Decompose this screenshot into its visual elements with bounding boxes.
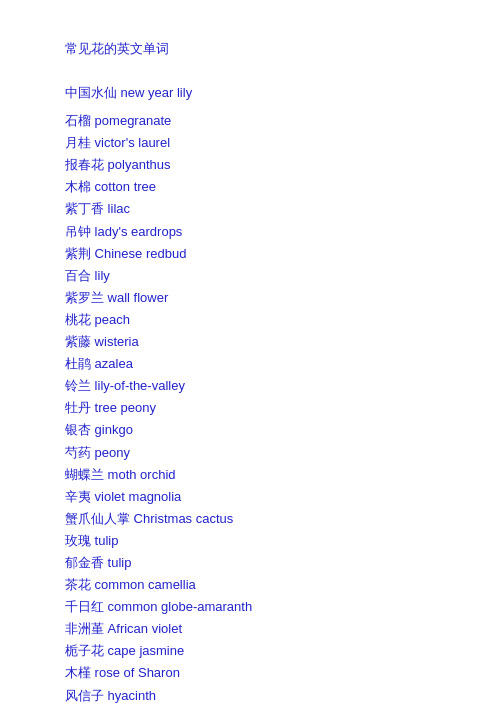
list-item: 石榴 pomegranate: [65, 110, 435, 132]
list-item: 中国水仙 new year lily: [65, 82, 435, 104]
list-item: 牡丹 tree peony: [65, 397, 435, 419]
list-item: 铃兰 lily-of-the-valley: [65, 375, 435, 397]
list-item: 吊钟 lady's eardrops: [65, 221, 435, 243]
list-item: 桃花 peach: [65, 309, 435, 331]
list-item: 杜鹃 azalea: [65, 353, 435, 375]
list-item: 紫藤 wisteria: [65, 331, 435, 353]
flower-list: 中国水仙 new year lily石榴 pomegranate月桂 victo…: [65, 82, 435, 708]
list-item: 木槿 rose of Sharon: [65, 662, 435, 684]
list-item: 栀子花 cape jasmine: [65, 640, 435, 662]
list-item: 芍药 peony: [65, 442, 435, 464]
list-item: 郁金香 tulip: [65, 552, 435, 574]
list-item: 百合 lily: [65, 265, 435, 287]
list-item: 紫荆 Chinese redbud: [65, 243, 435, 265]
list-item: 辛夷 violet magnolia: [65, 486, 435, 508]
list-item: 木棉 cotton tree: [65, 176, 435, 198]
list-item: 风信子 hyacinth: [65, 685, 435, 707]
list-item: 银杏 ginkgo: [65, 419, 435, 441]
page-title: 常见花的英文单词: [65, 40, 435, 58]
list-item: 紫丁香 lilac: [65, 198, 435, 220]
list-item: 月桂 victor's laurel: [65, 132, 435, 154]
list-item: 千日红 common globe-amaranth: [65, 596, 435, 618]
list-item: 蝴蝶兰 moth orchid: [65, 464, 435, 486]
list-item: 玫瑰 tulip: [65, 530, 435, 552]
list-item: 蟹爪仙人掌 Christmas cactus: [65, 508, 435, 530]
list-item: 紫罗兰 wall flower: [65, 287, 435, 309]
list-item: 茶花 common camellia: [65, 574, 435, 596]
list-item: 非洲堇 African violet: [65, 618, 435, 640]
list-item: 报春花 polyanthus: [65, 154, 435, 176]
